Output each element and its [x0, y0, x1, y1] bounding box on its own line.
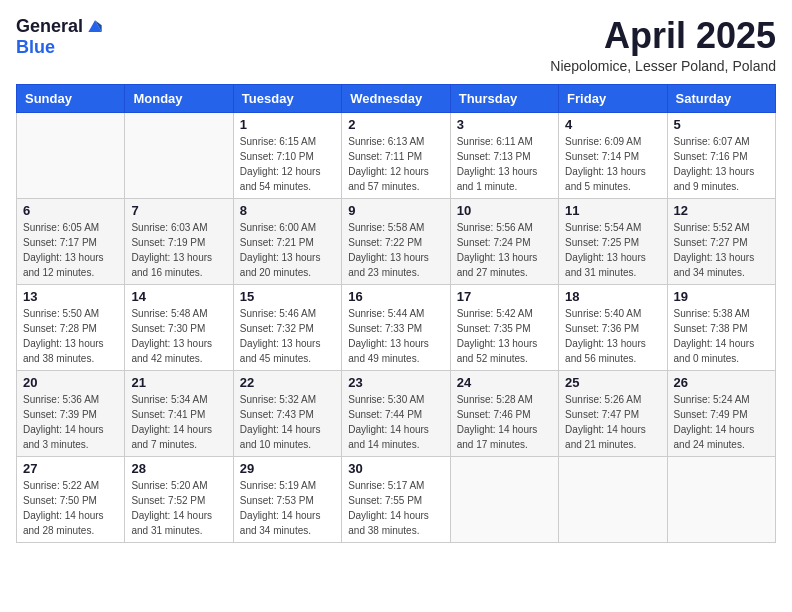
day-number: 25	[565, 375, 660, 390]
day-number: 28	[131, 461, 226, 476]
day-info: Sunrise: 5:44 AM Sunset: 7:33 PM Dayligh…	[348, 306, 443, 366]
day-info: Sunrise: 6:09 AM Sunset: 7:14 PM Dayligh…	[565, 134, 660, 194]
calendar-week-row: 6Sunrise: 6:05 AM Sunset: 7:17 PM Daylig…	[17, 198, 776, 284]
day-info: Sunrise: 6:00 AM Sunset: 7:21 PM Dayligh…	[240, 220, 335, 280]
calendar-cell: 6Sunrise: 6:05 AM Sunset: 7:17 PM Daylig…	[17, 198, 125, 284]
calendar-cell: 24Sunrise: 5:28 AM Sunset: 7:46 PM Dayli…	[450, 370, 558, 456]
day-number: 22	[240, 375, 335, 390]
day-header-monday: Monday	[125, 84, 233, 112]
day-header-sunday: Sunday	[17, 84, 125, 112]
calendar-cell: 4Sunrise: 6:09 AM Sunset: 7:14 PM Daylig…	[559, 112, 667, 198]
calendar-cell: 14Sunrise: 5:48 AM Sunset: 7:30 PM Dayli…	[125, 284, 233, 370]
day-info: Sunrise: 5:54 AM Sunset: 7:25 PM Dayligh…	[565, 220, 660, 280]
day-info: Sunrise: 6:03 AM Sunset: 7:19 PM Dayligh…	[131, 220, 226, 280]
day-number: 23	[348, 375, 443, 390]
day-number: 30	[348, 461, 443, 476]
month-title: April 2025	[550, 16, 776, 56]
calendar-cell: 5Sunrise: 6:07 AM Sunset: 7:16 PM Daylig…	[667, 112, 775, 198]
calendar-cell	[125, 112, 233, 198]
calendar-cell: 27Sunrise: 5:22 AM Sunset: 7:50 PM Dayli…	[17, 456, 125, 542]
day-info: Sunrise: 5:58 AM Sunset: 7:22 PM Dayligh…	[348, 220, 443, 280]
day-header-saturday: Saturday	[667, 84, 775, 112]
calendar-table: SundayMondayTuesdayWednesdayThursdayFrid…	[16, 84, 776, 543]
day-number: 9	[348, 203, 443, 218]
day-info: Sunrise: 5:22 AM Sunset: 7:50 PM Dayligh…	[23, 478, 118, 538]
day-number: 8	[240, 203, 335, 218]
day-info: Sunrise: 6:05 AM Sunset: 7:17 PM Dayligh…	[23, 220, 118, 280]
day-info: Sunrise: 5:50 AM Sunset: 7:28 PM Dayligh…	[23, 306, 118, 366]
day-info: Sunrise: 6:13 AM Sunset: 7:11 PM Dayligh…	[348, 134, 443, 194]
day-info: Sunrise: 5:20 AM Sunset: 7:52 PM Dayligh…	[131, 478, 226, 538]
day-number: 14	[131, 289, 226, 304]
calendar-cell: 1Sunrise: 6:15 AM Sunset: 7:10 PM Daylig…	[233, 112, 341, 198]
day-number: 24	[457, 375, 552, 390]
day-info: Sunrise: 5:26 AM Sunset: 7:47 PM Dayligh…	[565, 392, 660, 452]
calendar-cell: 10Sunrise: 5:56 AM Sunset: 7:24 PM Dayli…	[450, 198, 558, 284]
day-number: 6	[23, 203, 118, 218]
calendar-cell	[17, 112, 125, 198]
day-info: Sunrise: 5:40 AM Sunset: 7:36 PM Dayligh…	[565, 306, 660, 366]
day-info: Sunrise: 5:19 AM Sunset: 7:53 PM Dayligh…	[240, 478, 335, 538]
day-number: 2	[348, 117, 443, 132]
day-number: 4	[565, 117, 660, 132]
calendar-header-row: SundayMondayTuesdayWednesdayThursdayFrid…	[17, 84, 776, 112]
day-info: Sunrise: 5:36 AM Sunset: 7:39 PM Dayligh…	[23, 392, 118, 452]
logo-icon	[85, 17, 105, 37]
calendar-week-row: 1Sunrise: 6:15 AM Sunset: 7:10 PM Daylig…	[17, 112, 776, 198]
day-info: Sunrise: 6:15 AM Sunset: 7:10 PM Dayligh…	[240, 134, 335, 194]
day-info: Sunrise: 5:46 AM Sunset: 7:32 PM Dayligh…	[240, 306, 335, 366]
calendar-cell: 2Sunrise: 6:13 AM Sunset: 7:11 PM Daylig…	[342, 112, 450, 198]
day-number: 11	[565, 203, 660, 218]
title-section: April 2025 Niepolomice, Lesser Poland, P…	[550, 16, 776, 74]
calendar-cell: 11Sunrise: 5:54 AM Sunset: 7:25 PM Dayli…	[559, 198, 667, 284]
day-number: 10	[457, 203, 552, 218]
day-info: Sunrise: 5:38 AM Sunset: 7:38 PM Dayligh…	[674, 306, 769, 366]
day-info: Sunrise: 5:56 AM Sunset: 7:24 PM Dayligh…	[457, 220, 552, 280]
calendar-cell: 20Sunrise: 5:36 AM Sunset: 7:39 PM Dayli…	[17, 370, 125, 456]
calendar-cell: 23Sunrise: 5:30 AM Sunset: 7:44 PM Dayli…	[342, 370, 450, 456]
calendar-cell: 3Sunrise: 6:11 AM Sunset: 7:13 PM Daylig…	[450, 112, 558, 198]
calendar-week-row: 27Sunrise: 5:22 AM Sunset: 7:50 PM Dayli…	[17, 456, 776, 542]
day-number: 26	[674, 375, 769, 390]
day-info: Sunrise: 5:34 AM Sunset: 7:41 PM Dayligh…	[131, 392, 226, 452]
day-header-thursday: Thursday	[450, 84, 558, 112]
calendar-cell: 16Sunrise: 5:44 AM Sunset: 7:33 PM Dayli…	[342, 284, 450, 370]
logo-general-text: General	[16, 16, 83, 37]
day-info: Sunrise: 5:48 AM Sunset: 7:30 PM Dayligh…	[131, 306, 226, 366]
day-number: 18	[565, 289, 660, 304]
day-header-wednesday: Wednesday	[342, 84, 450, 112]
day-number: 7	[131, 203, 226, 218]
day-number: 16	[348, 289, 443, 304]
day-info: Sunrise: 5:52 AM Sunset: 7:27 PM Dayligh…	[674, 220, 769, 280]
day-number: 13	[23, 289, 118, 304]
day-header-friday: Friday	[559, 84, 667, 112]
day-number: 29	[240, 461, 335, 476]
logo: General Blue	[16, 16, 105, 58]
calendar-cell: 30Sunrise: 5:17 AM Sunset: 7:55 PM Dayli…	[342, 456, 450, 542]
day-number: 3	[457, 117, 552, 132]
calendar-cell: 25Sunrise: 5:26 AM Sunset: 7:47 PM Dayli…	[559, 370, 667, 456]
day-number: 19	[674, 289, 769, 304]
day-number: 17	[457, 289, 552, 304]
calendar-cell: 29Sunrise: 5:19 AM Sunset: 7:53 PM Dayli…	[233, 456, 341, 542]
calendar-cell: 17Sunrise: 5:42 AM Sunset: 7:35 PM Dayli…	[450, 284, 558, 370]
day-info: Sunrise: 5:32 AM Sunset: 7:43 PM Dayligh…	[240, 392, 335, 452]
page-header: General Blue April 2025 Niepolomice, Les…	[16, 16, 776, 74]
day-number: 20	[23, 375, 118, 390]
calendar-cell: 18Sunrise: 5:40 AM Sunset: 7:36 PM Dayli…	[559, 284, 667, 370]
day-number: 1	[240, 117, 335, 132]
calendar-cell: 7Sunrise: 6:03 AM Sunset: 7:19 PM Daylig…	[125, 198, 233, 284]
day-info: Sunrise: 5:17 AM Sunset: 7:55 PM Dayligh…	[348, 478, 443, 538]
day-number: 15	[240, 289, 335, 304]
calendar-cell: 13Sunrise: 5:50 AM Sunset: 7:28 PM Dayli…	[17, 284, 125, 370]
day-header-tuesday: Tuesday	[233, 84, 341, 112]
calendar-week-row: 13Sunrise: 5:50 AM Sunset: 7:28 PM Dayli…	[17, 284, 776, 370]
day-info: Sunrise: 5:42 AM Sunset: 7:35 PM Dayligh…	[457, 306, 552, 366]
day-info: Sunrise: 6:07 AM Sunset: 7:16 PM Dayligh…	[674, 134, 769, 194]
day-number: 12	[674, 203, 769, 218]
calendar-cell: 26Sunrise: 5:24 AM Sunset: 7:49 PM Dayli…	[667, 370, 775, 456]
calendar-cell: 8Sunrise: 6:00 AM Sunset: 7:21 PM Daylig…	[233, 198, 341, 284]
logo-blue-text: Blue	[16, 37, 55, 58]
calendar-week-row: 20Sunrise: 5:36 AM Sunset: 7:39 PM Dayli…	[17, 370, 776, 456]
day-number: 5	[674, 117, 769, 132]
